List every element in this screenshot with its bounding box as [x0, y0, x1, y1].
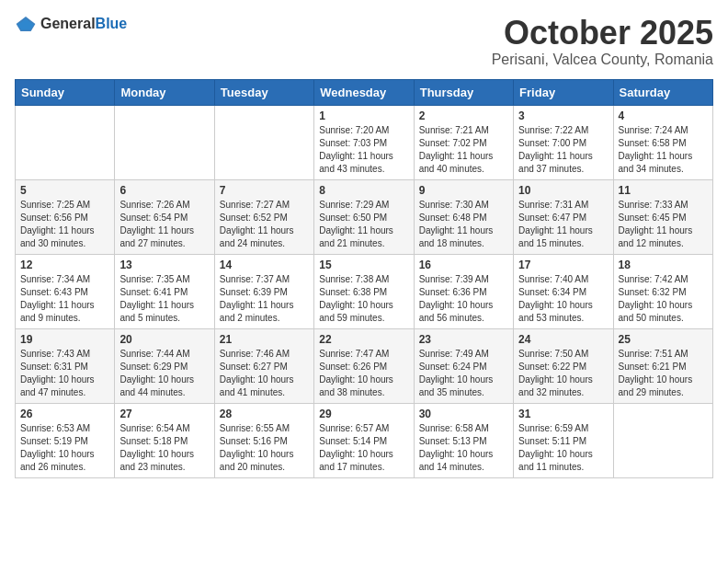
day-number: 21 [220, 333, 309, 346]
calendar-day-3: 3Sunrise: 7:22 AM Sunset: 7:00 PM Daylig… [514, 105, 613, 179]
calendar-day-30: 30Sunrise: 6:58 AM Sunset: 5:13 PM Dayli… [414, 403, 513, 477]
calendar-day-14: 14Sunrise: 7:37 AM Sunset: 6:39 PM Dayli… [214, 254, 313, 328]
calendar-day-31: 31Sunrise: 6:59 AM Sunset: 5:11 PM Dayli… [514, 403, 613, 477]
day-number: 15 [319, 259, 408, 271]
day-number: 24 [518, 333, 608, 346]
calendar-week-row: 26Sunrise: 6:53 AM Sunset: 5:19 PM Dayli… [16, 403, 713, 477]
weekday-header-friday: Friday [514, 79, 613, 105]
logo-general: General [40, 16, 96, 31]
calendar-day-4: 4Sunrise: 7:24 AM Sunset: 6:58 PM Daylig… [613, 105, 712, 179]
day-info: Sunrise: 7:34 AM Sunset: 6:43 PM Dayligh… [20, 273, 109, 325]
calendar-day-15: 15Sunrise: 7:38 AM Sunset: 6:38 PM Dayli… [314, 254, 414, 328]
logo-text: GeneralBlue [40, 16, 127, 32]
day-info: Sunrise: 7:26 AM Sunset: 6:54 PM Dayligh… [119, 199, 209, 250]
day-number: 12 [20, 259, 109, 271]
calendar-day-18: 18Sunrise: 7:42 AM Sunset: 6:32 PM Dayli… [613, 254, 712, 328]
calendar-day-7: 7Sunrise: 7:27 AM Sunset: 6:52 PM Daylig… [214, 179, 313, 254]
day-number: 1 [319, 109, 408, 122]
calendar-day-29: 29Sunrise: 6:57 AM Sunset: 5:14 PM Dayli… [314, 403, 414, 477]
day-number: 13 [119, 259, 209, 271]
day-number: 8 [319, 184, 408, 197]
day-number: 31 [518, 408, 608, 420]
calendar-week-row: 1Sunrise: 7:20 AM Sunset: 7:03 PM Daylig… [16, 105, 713, 179]
calendar-day-17: 17Sunrise: 7:40 AM Sunset: 6:34 PM Dayli… [514, 254, 613, 328]
day-number: 23 [419, 333, 508, 346]
day-number: 4 [619, 109, 708, 122]
weekday-header-sunday: Sunday [16, 79, 115, 105]
day-info: Sunrise: 7:22 AM Sunset: 7:00 PM Dayligh… [518, 124, 608, 176]
title-block: October 2025 Perisani, Valcea County, Ro… [492, 15, 713, 68]
day-info: Sunrise: 7:20 AM Sunset: 7:03 PM Dayligh… [319, 124, 408, 176]
calendar-day-6: 6Sunrise: 7:26 AM Sunset: 6:54 PM Daylig… [115, 179, 214, 254]
calendar-day-21: 21Sunrise: 7:46 AM Sunset: 6:27 PM Dayli… [214, 328, 313, 403]
day-info: Sunrise: 7:29 AM Sunset: 6:50 PM Dayligh… [319, 199, 408, 250]
calendar-day-9: 9Sunrise: 7:30 AM Sunset: 6:48 PM Daylig… [414, 179, 513, 254]
day-info: Sunrise: 7:38 AM Sunset: 6:38 PM Dayligh… [319, 273, 408, 325]
day-number: 14 [220, 259, 309, 271]
calendar-day-20: 20Sunrise: 7:44 AM Sunset: 6:29 PM Dayli… [115, 328, 214, 403]
month-title: October 2025 [492, 15, 713, 52]
calendar-empty-cell [115, 105, 214, 179]
calendar-day-23: 23Sunrise: 7:49 AM Sunset: 6:24 PM Dayli… [414, 328, 513, 403]
weekday-header-row: SundayMondayTuesdayWednesdayThursdayFrid… [16, 79, 713, 105]
calendar-week-row: 19Sunrise: 7:43 AM Sunset: 6:31 PM Dayli… [16, 328, 713, 403]
calendar-day-25: 25Sunrise: 7:51 AM Sunset: 6:21 PM Dayli… [613, 328, 712, 403]
day-info: Sunrise: 6:57 AM Sunset: 5:14 PM Dayligh… [319, 422, 408, 474]
day-info: Sunrise: 7:35 AM Sunset: 6:41 PM Dayligh… [119, 273, 209, 325]
day-number: 28 [220, 408, 309, 420]
calendar-week-row: 5Sunrise: 7:25 AM Sunset: 6:56 PM Daylig… [16, 179, 713, 254]
day-number: 2 [419, 109, 508, 122]
calendar-empty-cell [214, 105, 313, 179]
calendar-week-row: 12Sunrise: 7:34 AM Sunset: 6:43 PM Dayli… [16, 254, 713, 328]
day-number: 20 [119, 333, 209, 346]
day-number: 25 [619, 333, 708, 346]
day-info: Sunrise: 7:47 AM Sunset: 6:26 PM Dayligh… [319, 348, 408, 399]
calendar-day-11: 11Sunrise: 7:33 AM Sunset: 6:45 PM Dayli… [613, 179, 712, 254]
day-info: Sunrise: 7:24 AM Sunset: 6:58 PM Dayligh… [619, 124, 708, 176]
day-info: Sunrise: 7:31 AM Sunset: 6:47 PM Dayligh… [518, 199, 608, 250]
day-info: Sunrise: 7:27 AM Sunset: 6:52 PM Dayligh… [220, 199, 309, 250]
weekday-header-saturday: Saturday [613, 79, 712, 105]
calendar-day-16: 16Sunrise: 7:39 AM Sunset: 6:36 PM Dayli… [414, 254, 513, 328]
calendar-day-1: 1Sunrise: 7:20 AM Sunset: 7:03 PM Daylig… [314, 105, 414, 179]
day-number: 18 [619, 259, 708, 271]
day-number: 6 [119, 184, 209, 197]
calendar-empty-cell [613, 403, 712, 477]
day-info: Sunrise: 7:39 AM Sunset: 6:36 PM Dayligh… [419, 273, 508, 325]
day-info: Sunrise: 6:54 AM Sunset: 5:18 PM Dayligh… [119, 422, 209, 474]
calendar-day-22: 22Sunrise: 7:47 AM Sunset: 6:26 PM Dayli… [314, 328, 414, 403]
day-number: 30 [419, 408, 508, 420]
day-number: 5 [20, 184, 109, 197]
weekday-header-wednesday: Wednesday [314, 79, 414, 105]
day-info: Sunrise: 7:21 AM Sunset: 7:02 PM Dayligh… [419, 124, 508, 176]
day-info: Sunrise: 6:58 AM Sunset: 5:13 PM Dayligh… [419, 422, 508, 474]
calendar-day-5: 5Sunrise: 7:25 AM Sunset: 6:56 PM Daylig… [16, 179, 115, 254]
day-number: 17 [518, 259, 608, 271]
day-info: Sunrise: 7:37 AM Sunset: 6:39 PM Dayligh… [220, 273, 309, 325]
day-info: Sunrise: 7:25 AM Sunset: 6:56 PM Dayligh… [20, 199, 109, 250]
calendar-table: SundayMondayTuesdayWednesdayThursdayFrid… [15, 79, 713, 478]
day-number: 3 [518, 109, 608, 122]
calendar-day-8: 8Sunrise: 7:29 AM Sunset: 6:50 PM Daylig… [314, 179, 414, 254]
calendar-day-28: 28Sunrise: 6:55 AM Sunset: 5:16 PM Dayli… [214, 403, 313, 477]
logo-blue: Blue [96, 16, 128, 31]
calendar-day-27: 27Sunrise: 6:54 AM Sunset: 5:18 PM Dayli… [115, 403, 214, 477]
location-title: Perisani, Valcea County, Romania [492, 52, 713, 68]
day-info: Sunrise: 7:43 AM Sunset: 6:31 PM Dayligh… [20, 348, 109, 399]
logo: GeneralBlue [15, 15, 127, 33]
day-info: Sunrise: 7:51 AM Sunset: 6:21 PM Dayligh… [619, 348, 708, 399]
day-number: 9 [419, 184, 508, 197]
calendar-empty-cell [16, 105, 115, 179]
day-number: 29 [319, 408, 408, 420]
logo-icon [15, 15, 37, 33]
weekday-header-thursday: Thursday [414, 79, 513, 105]
day-info: Sunrise: 7:42 AM Sunset: 6:32 PM Dayligh… [619, 273, 708, 325]
day-info: Sunrise: 7:33 AM Sunset: 6:45 PM Dayligh… [619, 199, 708, 250]
day-info: Sunrise: 7:40 AM Sunset: 6:34 PM Dayligh… [518, 273, 608, 325]
day-info: Sunrise: 6:55 AM Sunset: 5:16 PM Dayligh… [220, 422, 309, 474]
day-number: 27 [119, 408, 209, 420]
day-info: Sunrise: 7:50 AM Sunset: 6:22 PM Dayligh… [518, 348, 608, 399]
calendar-day-19: 19Sunrise: 7:43 AM Sunset: 6:31 PM Dayli… [16, 328, 115, 403]
day-info: Sunrise: 7:46 AM Sunset: 6:27 PM Dayligh… [220, 348, 309, 399]
day-number: 26 [20, 408, 109, 420]
